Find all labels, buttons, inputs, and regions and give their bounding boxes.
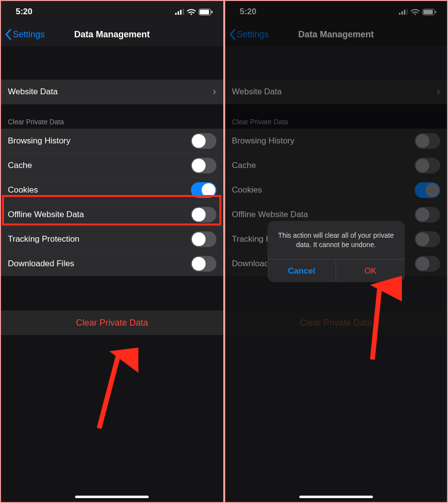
toggle-row-cache: Cache [1,153,223,178]
svg-rect-9 [399,13,400,15]
toggle-row-downloaded-files: Downloaded Files [1,252,223,276]
wifi-icon [187,9,196,15]
nav-bar: Settings Data Management [1,23,223,46]
home-indicator [299,496,373,498]
toggle-knob [425,183,439,197]
svg-rect-0 [175,13,177,15]
toggle-label: Offline Website Data [232,210,308,220]
cellular-icon [399,9,408,15]
website-data-row[interactable]: Website Data › [225,80,448,104]
status-icons [175,9,212,15]
chevron-left-icon [5,29,12,40]
toggle-knob [192,134,206,148]
status-bar: 5:20 [1,1,223,23]
toggle-row-browsing-history: Browsing History [1,129,223,153]
svg-line-8 [99,354,119,428]
status-time: 5:20 [16,7,32,17]
toggle-knob [416,232,429,246]
screenshot-left: 5:20 Settings Data Management Website Da… [0,0,224,503]
toggle-switch[interactable] [415,231,440,247]
toggle-knob [416,257,429,271]
svg-rect-1 [178,11,179,15]
toggle-switch[interactable] [191,133,216,149]
battery-icon [199,9,212,15]
toggle-switch[interactable] [415,256,440,272]
chevron-left-icon [229,29,236,40]
spacer [1,46,223,80]
toggle-switch[interactable] [191,207,216,223]
status-time: 5:20 [240,7,257,17]
toggle-label: Cookies [8,185,38,195]
website-data-label: Website Data [8,87,58,97]
clear-private-data-button[interactable]: Clear Private Data [1,310,223,335]
toggle-knob [416,208,429,222]
toggle-row-offline-website-data: Offline Website Data [1,202,223,227]
svg-rect-2 [180,10,182,15]
toggle-switch[interactable] [191,231,216,247]
toggle-row-tracking-protection: Tracking Protection [1,227,223,252]
nav-bar: Settings Data Management [225,23,448,46]
toggle-label: Offline Website Data [8,210,84,220]
toggle-label: Browsing History [232,136,295,146]
alert-message: This action will clear all of your priva… [267,221,405,259]
toggle-knob [192,232,206,246]
toggle-knob [192,208,206,222]
toggle-row-cookies: Cookies [1,178,223,202]
toggle-knob [416,134,429,148]
toggle-knob [202,183,215,197]
back-label: Settings [237,29,269,40]
status-icons [399,9,436,15]
website-data-row[interactable]: Website Data › [1,80,223,104]
toggle-switch[interactable] [415,158,440,173]
alert-ok-button[interactable]: OK [336,259,405,282]
clear-label: Clear Private Data [76,318,148,328]
alert-cancel-button[interactable]: Cancel [267,259,337,282]
svg-rect-11 [404,10,405,15]
toggle-label: Cache [8,161,32,170]
toggle-knob [192,159,206,172]
svg-rect-12 [406,9,408,15]
toggle-label: Browsing History [8,136,71,146]
clear-private-data-button[interactable]: Clear Private Data [225,310,448,335]
battery-icon [422,9,436,15]
status-bar: 5:20 [225,1,448,23]
alert-buttons: Cancel OK [267,259,405,282]
svg-rect-10 [401,11,403,15]
back-label: Settings [13,29,45,40]
toggle-list: Browsing HistoryCacheCookiesOffline Webs… [1,129,223,276]
chevron-right-icon: › [437,85,440,98]
toggle-switch[interactable] [191,158,216,173]
cellular-icon [175,9,184,15]
section-header: Clear Private Data [8,118,64,126]
toggle-label: Tracking Protection [8,234,79,244]
section-header: Clear Private Data [232,118,288,126]
svg-rect-5 [200,10,209,14]
spacer [1,276,223,310]
toggle-knob [192,257,206,271]
svg-rect-14 [423,10,433,14]
spacer [225,46,448,80]
toggle-switch[interactable] [415,133,440,149]
chevron-right-icon: › [212,85,216,98]
home-indicator [75,496,149,498]
svg-rect-3 [183,9,184,15]
svg-rect-6 [211,11,212,13]
confirm-alert: This action will clear all of your priva… [267,221,405,282]
toggle-row-cache: Cache [225,153,448,178]
back-button[interactable]: Settings [5,29,45,40]
section-gap: Clear Private Data [1,104,223,129]
toggle-switch[interactable] [191,256,216,272]
toggle-switch[interactable] [191,182,216,198]
website-data-label: Website Data [232,87,282,97]
back-button[interactable]: Settings [229,29,269,40]
toggle-label: Cache [232,161,256,170]
toggle-switch[interactable] [415,182,440,198]
screenshot-right: 5:20 Settings Data Management Website Da… [224,0,448,503]
toggle-switch[interactable] [415,207,440,223]
toggle-row-browsing-history: Browsing History [225,129,448,153]
toggle-row-cookies: Cookies [225,178,448,202]
toggle-label: Cookies [232,185,262,195]
section-gap: Clear Private Data [225,104,448,129]
annotation-arrow-clear [79,345,138,433]
clear-label: Clear Private Data [300,318,372,328]
